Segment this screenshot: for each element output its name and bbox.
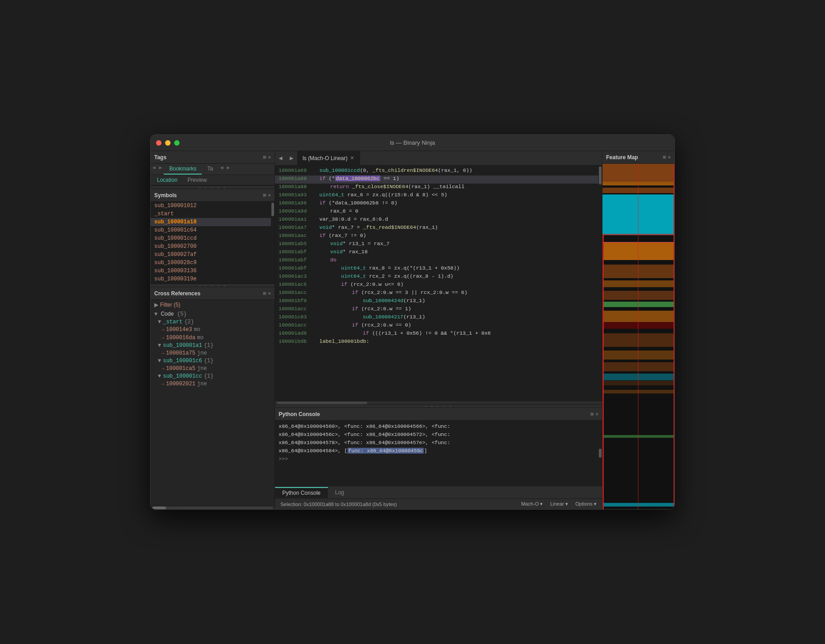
code-h-thumb[interactable]	[277, 402, 367, 404]
xref-sub-label-3[interactable]: sub_100001cc	[163, 373, 202, 379]
tab-bookmarks[interactable]: Bookmarks	[164, 164, 202, 175]
console-tab-python[interactable]: Python Console	[275, 487, 328, 498]
symbols-icon-1[interactable]: ⊞	[263, 192, 266, 198]
code-line-21[interactable]: 100001ad8 if (((r13_1 + 0x56) != 0 && *(…	[275, 330, 598, 338]
code-line-18[interactable]: 100001acc if (rcx_2:0.w == 1)	[275, 306, 598, 314]
xrefs-title: Cross References	[154, 290, 200, 297]
sidebar-h-scrollbar[interactable]	[152, 507, 273, 509]
symbol-sub_100001012[interactable]: sub_100001012	[151, 202, 271, 210]
content-10: void* r13_1 = rax_7	[319, 241, 595, 246]
xref-sub-label-1[interactable]: sub_100001a1	[163, 342, 202, 349]
content-7: var_38:0.d = rax_6:0.d	[319, 216, 595, 222]
symbol-sub_100001c64[interactable]: sub_100001c64	[151, 226, 271, 234]
addr-10: 100001ab5	[279, 241, 319, 246]
tab-nav-next[interactable]: ▶	[286, 151, 297, 165]
xref-item-100014e3[interactable]: → 100014e3 mo	[151, 326, 275, 334]
code-line-17[interactable]: 100001bf9 sub_10000424d(r13_1)	[275, 298, 598, 306]
sub-tab-location[interactable]: Location	[152, 176, 182, 184]
code-line-15[interactable]: 100001ac6 if (rcx_2:0.w u<= 6)	[275, 281, 598, 289]
code-line-6[interactable]: 100001a9d rax_6 = 0	[275, 208, 598, 216]
status-view[interactable]: Linear	[550, 501, 568, 507]
symbol-sub_10000319e[interactable]: sub_10000319e	[151, 275, 271, 283]
code-line-5[interactable]: 100001a96 if (*data_1000062b8 != 0)	[275, 200, 598, 208]
code-line-16[interactable]: 100001acc if (rcx_2:0.w == 3 || rcx_2:0.…	[275, 289, 598, 298]
sub-tab-preview[interactable]: Preview	[183, 176, 211, 184]
code-line-9[interactable]: 100001aac if (rax_7 != 0)	[275, 232, 598, 241]
tags-nav-right[interactable]: ▶	[225, 164, 232, 175]
xref-start-label[interactable]: _start	[163, 319, 182, 325]
symbol-sub_1000027af[interactable]: sub_1000027af	[151, 251, 271, 259]
xrefs-icon-2[interactable]: ✕	[268, 290, 271, 296]
code-line-1[interactable]: 100001a69 sub_100001ccd(0, _fts_children…	[275, 167, 598, 175]
code-line-4[interactable]: 100001a93 uint64_t rax_6 = zx.q((r15:0.d…	[275, 192, 598, 200]
code-line-14[interactable]: 100001ac3 uint64_t rcx_2 = zx.q((rax_8 -…	[275, 273, 598, 281]
xref-item-100002021[interactable]: → 100002021 jne	[151, 380, 275, 388]
code-line-20[interactable]: 100001acc if (rcx_2:0.w == 0)	[275, 322, 598, 330]
minimize-button[interactable]	[165, 140, 171, 146]
console-line-3: x86_64@0x100004578>, <func: x86_64@0x100…	[279, 439, 595, 447]
symbol-sub_100001a18[interactable]: sub_100001a18	[151, 218, 271, 226]
code-line-12[interactable]: 100001abf do	[275, 257, 598, 265]
code-scroll-thumb-top[interactable]	[599, 166, 602, 185]
tags-icon-1[interactable]: ⊞	[263, 154, 266, 160]
console-scrollbar[interactable]	[598, 421, 602, 486]
code-line-19[interactable]: 100001c03 sub_100004217(r13_1)	[275, 314, 598, 322]
addr-13: 100001abf	[279, 265, 319, 271]
code-line-10[interactable]: 100001ab5 void* r13_1 = rax_7	[275, 241, 598, 249]
addr-5: 100001a96	[279, 200, 319, 206]
content-19: sub_100004217(r13_1)	[319, 314, 595, 320]
tab-nav-prev[interactable]: ◀	[275, 151, 286, 165]
code-line-22[interactable]: 100001bdb label_100001bdb:	[275, 338, 598, 346]
tags-nav-left[interactable]: ◀	[218, 164, 225, 175]
xref-sub-label-2[interactable]: sub_100001c6	[163, 358, 202, 364]
symbol-start[interactable]: _start	[151, 210, 271, 218]
code-h-scroll[interactable]	[275, 401, 602, 404]
addr-17: 100001bf9	[279, 298, 319, 303]
xrefs-icon-1[interactable]: ⊞	[263, 290, 266, 296]
xref-item-100001a75[interactable]: → 100001a75 jne	[151, 349, 275, 357]
console-tab-log[interactable]: Log	[328, 488, 351, 497]
console-line-2: x86_64@0x10000456c>, <func: x86_64@0x100…	[279, 431, 595, 439]
code-line-11[interactable]: 100001abf void* rax_18	[275, 249, 598, 257]
fullscreen-button[interactable]	[174, 140, 180, 146]
xref-addr-2: 1000016da	[166, 335, 195, 341]
status-arch[interactable]: Mach-O	[521, 501, 543, 507]
code-line-2[interactable]: 100001a88 if (*data_1000062bc == 1)	[275, 175, 598, 184]
status-right: Mach-O Linear Options	[521, 501, 597, 507]
code-line-13[interactable]: 100001abf uint64_t rax_8 = zx.q(*(r13_1 …	[275, 265, 598, 273]
editor-tab-ls[interactable]: ls (Mach-O Linear) ✕	[297, 151, 360, 165]
feature-map-canvas	[602, 164, 674, 509]
tags-nav-prev[interactable]: ◀	[151, 164, 157, 175]
traffic-lights	[156, 140, 180, 146]
symbols-scrollbar[interactable]	[271, 202, 275, 283]
symbols-scroll-thumb[interactable]	[271, 203, 274, 216]
console-icon-2[interactable]: ✕	[595, 411, 598, 417]
symbol-sub_1000028c9[interactable]: sub_1000028c9	[151, 259, 271, 267]
symbol-sub_100002700[interactable]: sub_100002700	[151, 242, 271, 251]
symbol-sub_100003136[interactable]: sub_100003136	[151, 267, 271, 275]
code-scrollbar[interactable]	[598, 166, 602, 401]
sidebar-scroll-thumb[interactable]	[152, 507, 166, 509]
content-1: sub_100001ccd(0, _fts_children$INODE64(r…	[319, 167, 595, 173]
code-line-7[interactable]: 100001aa1 var_38:0.d = rax_6:0.d	[275, 216, 598, 224]
close-button[interactable]	[156, 140, 161, 146]
xref-item-100001ca5[interactable]: → 100001ca5 jne	[151, 365, 275, 373]
tags-nav-next[interactable]: ▶	[157, 164, 164, 175]
console-scroll-thumb[interactable]	[599, 449, 602, 458]
fmap-icon-1[interactable]: ⊞	[663, 154, 666, 160]
editor-tab-close[interactable]: ✕	[350, 155, 354, 161]
symbol-sub_100001ccd[interactable]: sub_100001ccd	[151, 234, 271, 242]
xrefs-panel: Cross References ⊞ ✕ ▶ Filter (5) ▼ Code…	[151, 287, 275, 506]
code-line-8[interactable]: 100001aa7 void* rax_7 = _fts_read$INODE6…	[275, 224, 598, 232]
xref-item-1000016da[interactable]: → 1000016da mo	[151, 334, 275, 342]
symbols-icon-2[interactable]: ✕	[268, 192, 271, 198]
console-output[interactable]: x86_64@0x100004560>, <func: x86_64@0x100…	[275, 421, 598, 486]
fmap-icon-2[interactable]: ✕	[668, 154, 671, 160]
console-icon-1[interactable]: ⊞	[591, 411, 594, 417]
code-view[interactable]: 100001a69 sub_100001ccd(0, _fts_children…	[275, 166, 598, 401]
filter-row[interactable]: ▶ Filter (5)	[151, 300, 275, 310]
tags-icon-2[interactable]: ✕	[268, 154, 271, 160]
code-line-3[interactable]: 100001a88 return _fts_close$INODE64(rax_…	[275, 184, 598, 192]
status-options[interactable]: Options	[575, 501, 597, 507]
tab-ta[interactable]: Ta	[202, 164, 218, 175]
